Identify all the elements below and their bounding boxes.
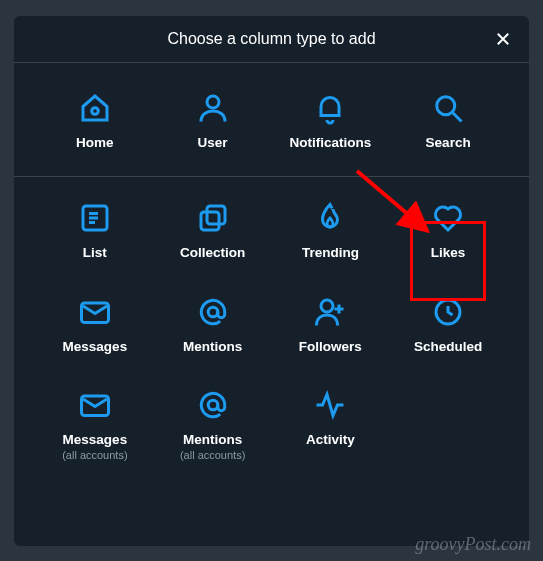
dialog-header: Choose a column type to add [14, 16, 529, 63]
item-label: Messages [63, 339, 128, 355]
envelope-icon [74, 291, 116, 333]
collection-icon [192, 197, 234, 239]
svg-rect-4 [207, 206, 225, 224]
item-messages[interactable]: Messages [36, 279, 154, 373]
item-label: Likes [431, 245, 466, 261]
item-label: Mentions [183, 432, 242, 448]
item-label: Scheduled [414, 339, 482, 355]
svg-point-1 [207, 96, 219, 108]
item-likes[interactable]: Likes [389, 185, 507, 279]
svg-point-2 [437, 96, 455, 114]
item-home[interactable]: Home [36, 75, 154, 169]
list-icon [74, 197, 116, 239]
search-icon [427, 87, 469, 129]
item-activity[interactable]: Activity [272, 372, 390, 479]
item-sublabel: (all accounts) [62, 449, 127, 461]
item-sublabel: (all accounts) [180, 449, 245, 461]
home-icon [74, 87, 116, 129]
user-icon [192, 87, 234, 129]
item-mentions-all[interactable]: Mentions (all accounts) [154, 372, 272, 479]
item-label: Activity [306, 432, 355, 448]
dialog-title: Choose a column type to add [167, 30, 375, 48]
item-mentions[interactable]: Mentions [154, 279, 272, 373]
column-type-dialog: Choose a column type to add Home User No… [14, 16, 529, 546]
item-label: List [83, 245, 107, 261]
item-label: Search [426, 135, 471, 151]
item-search[interactable]: Search [389, 75, 507, 169]
item-label: Mentions [183, 339, 242, 355]
item-label: User [198, 135, 228, 151]
clock-icon [427, 291, 469, 333]
item-scheduled[interactable]: Scheduled [389, 279, 507, 373]
svg-point-0 [92, 107, 99, 114]
item-collection[interactable]: Collection [154, 185, 272, 279]
close-button[interactable] [491, 27, 515, 51]
empty-cell [389, 372, 507, 479]
svg-point-8 [321, 300, 333, 312]
item-label: Trending [302, 245, 359, 261]
column-type-grid: Home User Notifications Search [14, 63, 529, 479]
item-followers[interactable]: Followers [272, 279, 390, 373]
item-list[interactable]: List [36, 185, 154, 279]
item-label: Collection [180, 245, 245, 261]
item-label: Home [76, 135, 114, 151]
item-label: Notifications [289, 135, 371, 151]
item-label: Messages [63, 432, 128, 448]
at-icon [192, 291, 234, 333]
bell-icon [309, 87, 351, 129]
flame-icon [309, 197, 351, 239]
close-icon [494, 30, 512, 48]
item-user[interactable]: User [154, 75, 272, 169]
item-notifications[interactable]: Notifications [272, 75, 390, 169]
item-trending[interactable]: Trending [272, 185, 390, 279]
row-separator [14, 176, 529, 177]
at-icon [192, 384, 234, 426]
heart-icon [427, 197, 469, 239]
activity-icon [309, 384, 351, 426]
user-plus-icon [309, 291, 351, 333]
item-messages-all[interactable]: Messages (all accounts) [36, 372, 154, 479]
envelope-icon [74, 384, 116, 426]
item-label: Followers [299, 339, 362, 355]
svg-rect-5 [201, 212, 219, 230]
